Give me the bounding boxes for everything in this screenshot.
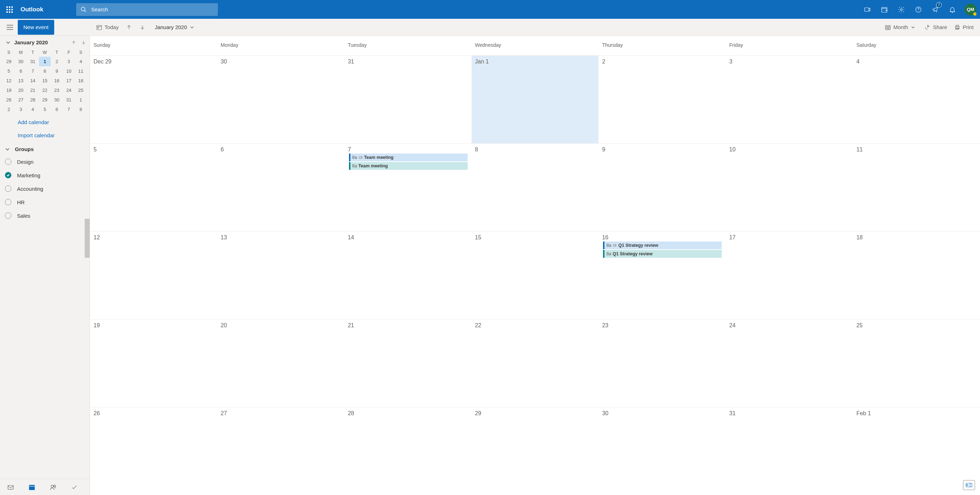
calendar-event[interactable]: 8aQ1 Strategy review	[603, 241, 722, 249]
mini-cal-day[interactable]: 5	[3, 66, 15, 76]
calendar-day-cell[interactable]: 8	[472, 144, 599, 231]
mini-cal-day[interactable]: 31	[27, 57, 39, 66]
mini-cal-day[interactable]: 2	[3, 105, 15, 114]
calendar-day-cell[interactable]: Feb 1	[853, 407, 980, 495]
account-avatar[interactable]: QM	[964, 3, 977, 16]
calendar-day-cell[interactable]: 9	[598, 144, 725, 231]
mini-cal-day[interactable]: 7	[63, 105, 75, 114]
calendar-toggle-icon[interactable]	[5, 199, 11, 205]
share-button[interactable]: Share	[924, 19, 947, 35]
chevron-down-icon[interactable]	[6, 40, 11, 45]
mini-cal-day[interactable]: 22	[39, 85, 51, 95]
app-launcher-icon[interactable]	[0, 0, 19, 19]
mini-cal-day[interactable]: 6	[15, 66, 27, 76]
calendar-list-item[interactable]: Sales	[0, 209, 90, 222]
calendar-day-cell[interactable]: 24	[725, 319, 853, 407]
mini-cal-day[interactable]: 24	[63, 85, 75, 95]
mini-cal-day[interactable]: 4	[27, 105, 39, 114]
mini-cal-day[interactable]: 14	[27, 76, 39, 85]
mini-cal-day[interactable]: 9	[51, 66, 63, 76]
mini-cal-day[interactable]: 29	[39, 95, 51, 105]
prev-period-button[interactable]	[126, 19, 132, 35]
notifications-icon[interactable]	[944, 0, 961, 19]
mini-cal-day[interactable]: 10	[63, 66, 75, 76]
calendar-day-cell[interactable]: 168aQ1 Strategy review8aQ1 Strategy revi…	[598, 232, 725, 319]
mini-cal-day[interactable]: 2	[51, 57, 63, 66]
tasks-module-icon[interactable]	[71, 484, 78, 491]
import-calendar-link[interactable]: Import calendar	[0, 129, 90, 142]
calendar-day-cell[interactable]: 18	[853, 232, 980, 319]
calendar-toggle-icon[interactable]	[5, 185, 11, 192]
mini-cal-day[interactable]: 6	[51, 105, 63, 114]
calendar-day-cell[interactable]: 26	[90, 407, 217, 495]
calendar-day-cell[interactable]: 10	[725, 144, 853, 231]
outlook-today-icon[interactable]	[876, 0, 893, 19]
calendar-day-cell[interactable]: 29	[472, 407, 599, 495]
mini-cal-day[interactable]: 3	[15, 105, 27, 114]
month-picker[interactable]: January 2020	[155, 24, 194, 30]
mini-cal-day[interactable]: 8	[39, 66, 51, 76]
mini-cal-day[interactable]: 12	[3, 76, 15, 85]
calendar-day-cell[interactable]: 25	[853, 319, 980, 407]
help-icon[interactable]	[910, 0, 927, 19]
mini-cal-day[interactable]: 17	[63, 76, 75, 85]
calendar-day-cell[interactable]: 27	[217, 407, 344, 495]
calendar-module-icon[interactable]	[29, 484, 35, 491]
mini-cal-day[interactable]: 20	[15, 85, 27, 95]
mini-cal-day[interactable]: 16	[51, 76, 63, 85]
calendar-day-cell[interactable]: 22	[472, 319, 599, 407]
mini-cal-day[interactable]: 26	[3, 95, 15, 105]
new-event-button[interactable]: New event	[18, 20, 54, 35]
view-mode-picker[interactable]: Month	[885, 19, 917, 35]
mini-cal-next-icon[interactable]	[81, 40, 86, 45]
calendar-toggle-icon[interactable]	[5, 212, 11, 219]
mini-cal-day[interactable]: 3	[63, 57, 75, 66]
calendar-day-cell[interactable]: 3	[725, 56, 853, 143]
calendar-day-cell[interactable]: 30	[598, 407, 725, 495]
calendar-day-cell[interactable]: 31	[344, 56, 472, 143]
mini-cal-day[interactable]: 15	[39, 76, 51, 85]
mini-cal-day[interactable]: 19	[3, 85, 15, 95]
mini-cal-day[interactable]: 8	[75, 105, 87, 114]
mini-cal-day[interactable]: 27	[15, 95, 27, 105]
calendar-day-cell[interactable]: 12	[90, 232, 217, 319]
calendar-day-cell[interactable]: 4	[853, 56, 980, 143]
calendar-day-cell[interactable]: 6	[217, 144, 344, 231]
mini-cal-day[interactable]: 29	[3, 57, 15, 66]
toggle-pane-button[interactable]	[963, 480, 975, 490]
mini-cal-day[interactable]: 30	[51, 95, 63, 105]
calendar-list-item[interactable]: Design	[0, 155, 90, 168]
calendar-day-cell[interactable]: Jan 1	[472, 56, 599, 143]
calendar-toggle-icon[interactable]	[5, 172, 11, 178]
sidebar-scroll-thumb[interactable]	[85, 219, 90, 258]
mini-cal-day[interactable]: 23	[51, 85, 63, 95]
calendar-day-cell[interactable]: 78aTeam meeting8aTeam meeting	[344, 144, 472, 231]
mini-cal-day[interactable]: 11	[75, 66, 87, 76]
calendar-day-cell[interactable]: 23	[598, 319, 725, 407]
mini-cal-prev-icon[interactable]	[71, 40, 76, 45]
mail-module-icon[interactable]	[7, 484, 14, 491]
add-calendar-link[interactable]: Add calendar	[0, 116, 90, 129]
mini-cal-day[interactable]: 21	[27, 85, 39, 95]
calendar-list-item[interactable]: Marketing	[0, 168, 90, 182]
calendar-day-cell[interactable]: 28	[344, 407, 472, 495]
calendar-day-cell[interactable]: 17	[725, 232, 853, 319]
mini-cal-day[interactable]: 1	[75, 95, 87, 105]
mini-cal-day[interactable]: 5	[39, 105, 51, 114]
mini-cal-day[interactable]: 28	[27, 95, 39, 105]
feedback-icon[interactable]: 7	[927, 0, 944, 19]
mini-cal-day[interactable]: 7	[27, 66, 39, 76]
people-module-icon[interactable]	[49, 484, 57, 491]
mini-cal-day[interactable]: 13	[15, 76, 27, 85]
mini-cal-day[interactable]: 30	[15, 57, 27, 66]
calendar-day-cell[interactable]: 21	[344, 319, 472, 407]
print-button[interactable]: Print	[954, 19, 974, 35]
calendar-event[interactable]: 8aQ1 Strategy review	[603, 250, 722, 258]
calendar-day-cell[interactable]: 30	[217, 56, 344, 143]
calendar-day-cell[interactable]: 2	[598, 56, 725, 143]
mini-cal-day[interactable]: 25	[75, 85, 87, 95]
calendar-event[interactable]: 8aTeam meeting	[349, 162, 468, 170]
settings-icon[interactable]	[893, 0, 910, 19]
calendar-day-cell[interactable]: Dec 29	[90, 56, 217, 143]
groups-header[interactable]: Groups	[0, 142, 90, 155]
